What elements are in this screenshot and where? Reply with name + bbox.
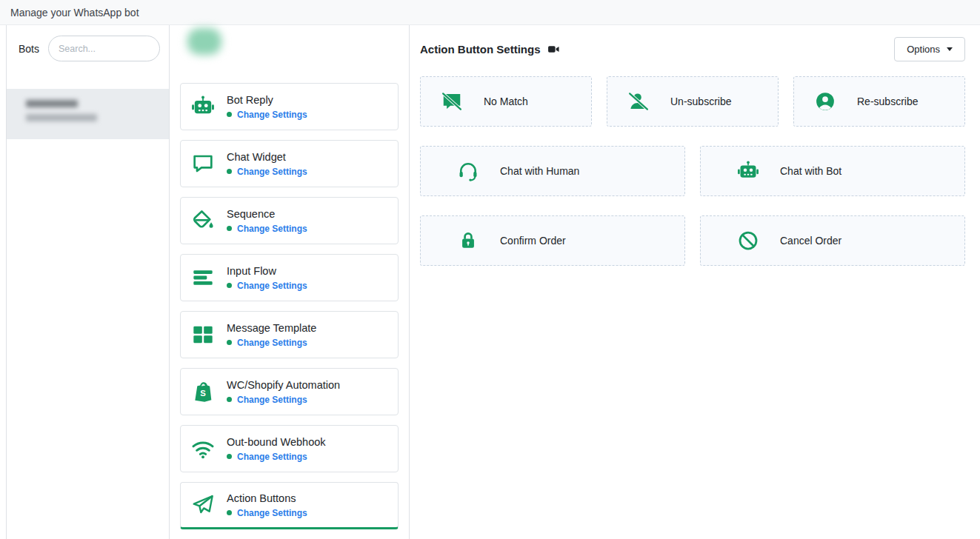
redacted-avatar [187,28,221,55]
feature-card-message-template[interactable]: Message Template Change Settings [180,311,399,358]
video-camera-icon[interactable] [547,43,560,56]
change-settings-link[interactable]: Change Settings [237,224,307,234]
page-header: Manage your WhatsApp bot [0,0,980,25]
action-button-resubscribe[interactable]: Re-subscribe [793,76,965,127]
redacted-bot-name [26,100,78,107]
status-dot [227,510,232,515]
bots-sidebar: Bots [6,25,170,539]
panel-title: Action Button Settings [420,43,540,56]
user-slash-icon [627,90,650,113]
change-settings-link[interactable]: Change Settings [237,281,307,291]
change-settings-link[interactable]: Change Settings [237,167,307,177]
feature-title: Out-bound Webhook [227,436,326,448]
action-button-unsubscribe[interactable]: Un-subscribe [607,76,779,127]
status-dot [227,112,232,117]
status-dot [227,226,232,231]
wifi-icon [190,435,216,462]
bot-search-input[interactable] [48,36,160,61]
feature-card-chat-widget[interactable]: Chat Widget Change Settings [180,140,399,187]
main-layout: Bots [0,25,980,539]
action-buttons-row-1: No Match Un-subscribe [420,76,965,127]
action-button-label: Confirm Order [500,235,566,247]
change-settings-link[interactable]: Change Settings [237,508,307,518]
status-dot [227,340,232,345]
action-button-label: Re-subscribe [857,96,918,107]
shopify-icon: S [190,378,216,405]
action-button-chat-with-bot[interactable]: Chat with Bot [700,146,965,196]
feature-title: Bot Reply [227,94,307,106]
action-button-confirm-order[interactable]: Confirm Order [420,215,685,266]
change-settings-link[interactable]: Change Settings [237,110,307,120]
features-column: Bot Reply Change Settings Chat Widget Ch… [170,25,410,539]
action-button-label: No Match [484,96,528,107]
feature-card-wc-shopify[interactable]: S WC/Shopify Automation Change Settings [180,368,399,415]
comment-slash-icon [440,90,464,113]
chevron-down-icon [947,47,953,51]
status-dot [227,454,232,459]
feature-card-input-flow[interactable]: Input Flow Change Settings [180,254,399,301]
action-button-label: Chat with Human [500,165,579,177]
app-root: Manage your WhatsApp bot Bots [0,0,980,539]
options-label: Options [907,44,940,55]
grid-icon [190,321,216,348]
bars-icon [190,264,216,291]
fill-drip-icon [190,207,216,234]
lock-icon [456,229,480,252]
feature-title: WC/Shopify Automation [227,379,340,391]
action-buttons-row-2: Chat with Human [420,146,965,196]
feature-title: Action Buttons [227,492,307,504]
bots-panel-title: Bots [19,43,39,55]
ban-icon [736,229,760,252]
status-dot [227,169,232,174]
bots-sidebar-header: Bots [7,25,169,70]
action-button-label: Chat with Bot [780,165,841,177]
options-dropdown-button[interactable]: Options [894,37,965,61]
action-button-label: Un-subscribe [670,96,731,107]
action-buttons-row-3: Confirm Order Cancel Order [420,215,965,266]
feature-card-bot-reply[interactable]: Bot Reply Change Settings [180,83,399,130]
paper-plane-icon [190,492,216,518]
panel-header: Action Button Settings Options [420,36,965,61]
feature-card-outbound-webhook[interactable]: Out-bound Webhook Change Settings [180,425,399,472]
status-dot [227,397,232,402]
action-button-cancel-order[interactable]: Cancel Order [700,215,965,266]
robot-icon [736,159,760,183]
page-title: Manage your WhatsApp bot [10,7,139,19]
user-circle-icon [813,90,837,113]
feature-title: Sequence [227,208,307,220]
feature-title: Input Flow [227,265,307,277]
headset-icon [456,159,480,183]
redacted-bot-phone [26,114,97,121]
feature-title: Chat Widget [227,151,307,163]
change-settings-link[interactable]: Change Settings [237,338,307,348]
feature-title: Message Template [227,322,316,334]
svg-text:S: S [200,389,206,398]
action-settings-panel: Action Button Settings Options [410,25,980,539]
feature-card-action-buttons[interactable]: Action Buttons Change Settings [180,482,399,529]
feature-card-sequence[interactable]: Sequence Change Settings [180,197,399,244]
bot-list-item-selected[interactable] [7,89,169,139]
action-button-chat-with-human[interactable]: Chat with Human [420,146,685,196]
robot-icon [190,93,216,120]
status-dot [227,283,232,288]
action-button-no-match[interactable]: No Match [420,76,592,127]
action-button-label: Cancel Order [780,235,841,247]
change-settings-link[interactable]: Change Settings [237,395,307,405]
comment-icon [190,150,216,177]
change-settings-link[interactable]: Change Settings [237,452,307,462]
